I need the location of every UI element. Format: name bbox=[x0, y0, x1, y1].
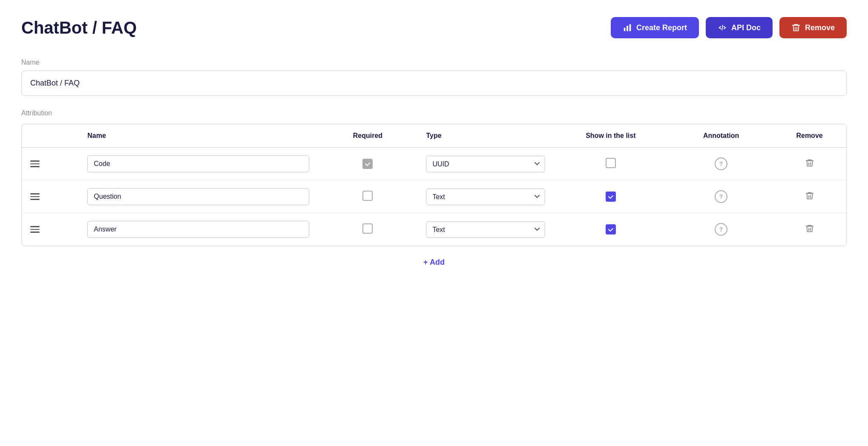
attribution-label: Attribution bbox=[21, 109, 847, 117]
remove-cell bbox=[773, 213, 846, 246]
type-cell: Text UUID bbox=[419, 213, 552, 246]
add-button[interactable]: + Add bbox=[423, 258, 445, 267]
type-cell: UUID Text bbox=[419, 148, 552, 180]
annotation-icon[interactable]: ? bbox=[715, 223, 727, 236]
svg-rect-2 bbox=[629, 24, 631, 31]
table-row: UUID Text ? bbox=[22, 148, 846, 180]
check-icon bbox=[608, 194, 614, 200]
svg-rect-0 bbox=[624, 28, 626, 31]
api-doc-button[interactable]: API Doc bbox=[706, 17, 773, 38]
remove-cell bbox=[773, 180, 846, 213]
svg-rect-1 bbox=[627, 26, 628, 31]
show-cell bbox=[552, 213, 670, 246]
required-cell bbox=[316, 213, 419, 246]
add-row-section: + Add bbox=[21, 246, 847, 279]
page-header: ChatBot / FAQ Create Report API Doc Remo… bbox=[21, 17, 847, 38]
name-cell bbox=[80, 213, 316, 246]
row-name-input[interactable] bbox=[87, 188, 309, 205]
name-label: Name bbox=[21, 59, 847, 66]
show-checkbox[interactable] bbox=[606, 224, 616, 234]
show-cell bbox=[552, 180, 670, 213]
show-checkbox[interactable] bbox=[606, 158, 616, 168]
required-checkbox[interactable] bbox=[362, 159, 373, 169]
drag-handle[interactable] bbox=[29, 192, 41, 202]
page-title: ChatBot / FAQ bbox=[21, 18, 137, 37]
annotation-icon[interactable]: ? bbox=[715, 190, 727, 203]
attribution-table-container: Name Required Type Show in the list Anno… bbox=[21, 124, 847, 246]
check-icon bbox=[365, 161, 371, 167]
col-required: Required bbox=[316, 124, 419, 148]
row-name-input[interactable] bbox=[87, 155, 309, 172]
show-checkbox[interactable] bbox=[606, 192, 616, 202]
trash-row-icon bbox=[805, 158, 814, 168]
name-cell bbox=[80, 148, 316, 180]
trash-icon bbox=[791, 23, 801, 32]
header-buttons: Create Report API Doc Remove bbox=[611, 17, 847, 38]
col-annotation: Annotation bbox=[670, 124, 773, 148]
type-select[interactable]: UUID Text bbox=[426, 156, 545, 172]
col-drag bbox=[22, 124, 80, 148]
annotation-cell: ? bbox=[670, 213, 773, 246]
delete-row-button[interactable] bbox=[805, 191, 814, 200]
col-show: Show in the list bbox=[552, 124, 670, 148]
remove-button[interactable]: Remove bbox=[779, 17, 847, 38]
trash-row-icon bbox=[805, 191, 814, 200]
table-row: Text UUID ? bbox=[22, 180, 846, 213]
trash-row-icon bbox=[805, 224, 814, 233]
row-name-input[interactable] bbox=[87, 221, 309, 238]
required-checkbox[interactable] bbox=[362, 223, 373, 234]
remove-cell bbox=[773, 148, 846, 180]
table-row: Text UUID ? bbox=[22, 213, 846, 246]
table-header-row: Name Required Type Show in the list Anno… bbox=[22, 124, 846, 148]
type-select[interactable]: Text UUID bbox=[426, 189, 545, 205]
attribution-section: Attribution Name Required Type Show in t… bbox=[21, 109, 847, 279]
name-cell bbox=[80, 180, 316, 213]
name-section: Name bbox=[21, 59, 847, 96]
col-remove: Remove bbox=[773, 124, 846, 148]
drag-cell bbox=[22, 180, 80, 213]
check-icon bbox=[608, 226, 614, 232]
show-cell bbox=[552, 148, 670, 180]
required-checkbox[interactable] bbox=[362, 191, 373, 201]
delete-row-button[interactable] bbox=[805, 224, 814, 233]
name-input[interactable] bbox=[21, 71, 847, 96]
annotation-cell: ? bbox=[670, 180, 773, 213]
required-cell bbox=[316, 180, 419, 213]
type-select[interactable]: Text UUID bbox=[426, 221, 545, 238]
chart-icon bbox=[623, 23, 632, 32]
annotation-cell: ? bbox=[670, 148, 773, 180]
api-icon bbox=[718, 23, 727, 32]
create-report-button[interactable]: Create Report bbox=[611, 17, 699, 38]
annotation-icon[interactable]: ? bbox=[715, 157, 727, 170]
drag-cell bbox=[22, 148, 80, 180]
required-cell bbox=[316, 148, 419, 180]
col-type: Type bbox=[419, 124, 552, 148]
drag-handle[interactable] bbox=[29, 159, 41, 169]
col-name: Name bbox=[80, 124, 316, 148]
drag-cell bbox=[22, 213, 80, 246]
attribution-table: Name Required Type Show in the list Anno… bbox=[22, 124, 846, 246]
drag-handle[interactable] bbox=[29, 224, 41, 234]
type-cell: Text UUID bbox=[419, 180, 552, 213]
delete-row-button[interactable] bbox=[805, 158, 814, 168]
